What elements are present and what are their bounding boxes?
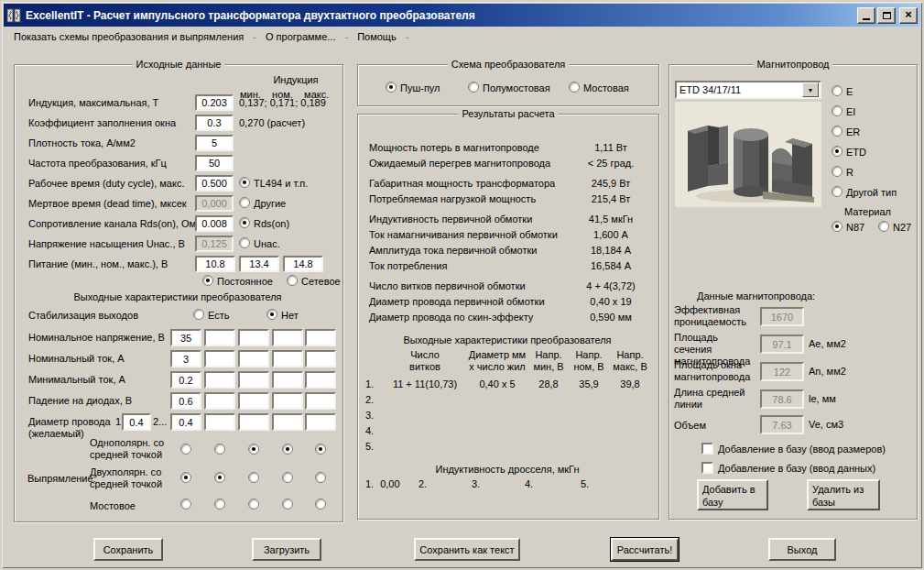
- radio-bridge-label[interactable]: Мостовая: [583, 82, 629, 94]
- radio-rect-bridge-1[interactable]: [180, 499, 191, 510]
- checkbox-add-data-label[interactable]: Добавление в базу (ввод данных): [718, 463, 875, 475]
- radio-rect-bridge-5[interactable]: [315, 499, 326, 510]
- inom-out4-input[interactable]: [272, 350, 303, 367]
- radio-rds-on-label[interactable]: Rds(on): [254, 218, 289, 230]
- vnom-out5-input[interactable]: [305, 329, 336, 346]
- inom-out5-input[interactable]: [305, 350, 336, 367]
- wire-d3-input[interactable]: [204, 413, 235, 431]
- radio-bridge[interactable]: [569, 82, 580, 93]
- wire-d5-input[interactable]: [272, 413, 303, 431]
- imin-out5-input[interactable]: [305, 371, 336, 389]
- radio-core-e[interactable]: [832, 85, 842, 96]
- core-select[interactable]: ETD 34/17/11 ▼: [675, 81, 821, 99]
- rect-unipolar-label[interactable]: Однополярн. со средней точкой: [90, 437, 185, 461]
- radio-supply-mains-label[interactable]: Сетевое: [301, 276, 341, 288]
- radio-rect-bridge-3[interactable]: [248, 499, 259, 510]
- menu-item-about[interactable]: О программе...: [263, 29, 338, 44]
- radio-other-drivers[interactable]: [239, 197, 250, 208]
- radio-rect-bridge-4[interactable]: [282, 499, 293, 510]
- radio-core-etd[interactable]: [832, 146, 842, 157]
- save-button[interactable]: Сохранить: [93, 538, 163, 561]
- radio-rect-unipolar-1[interactable]: [180, 444, 191, 455]
- radio-rect-bipolar-4[interactable]: [282, 472, 293, 483]
- radio-material-n87[interactable]: [832, 221, 842, 232]
- checkbox-add-data[interactable]: [701, 462, 713, 474]
- radio-rect-unipolar-2[interactable]: [214, 444, 225, 455]
- radio-other-drivers-label[interactable]: Другие: [254, 198, 286, 210]
- radio-rect-unipolar-4[interactable]: [282, 444, 293, 455]
- wire-d6-input[interactable]: [305, 413, 336, 431]
- radio-rect-bridge-2[interactable]: [214, 499, 225, 510]
- menu-item-schemes[interactable]: Показать схемы преобразования и выпрямле…: [11, 29, 246, 44]
- radio-tl494-label[interactable]: TL494 и т.п.: [254, 178, 308, 190]
- wire-d2-input[interactable]: [170, 413, 201, 431]
- close-button[interactable]: ×: [899, 7, 918, 24]
- radio-rect-bipolar-2[interactable]: [214, 472, 225, 483]
- load-button[interactable]: Загрузить: [252, 538, 321, 561]
- add-to-base-button[interactable]: Добавить в базу: [697, 479, 768, 510]
- imin-out2-input[interactable]: [204, 371, 235, 389]
- radio-rect-unipolar-5[interactable]: [315, 444, 326, 455]
- menu-item-help[interactable]: Помощь: [354, 29, 399, 44]
- radio-rect-bipolar-3[interactable]: [248, 472, 259, 483]
- calculate-button[interactable]: Рассчитать!: [611, 538, 679, 561]
- chevron-down-icon[interactable]: ▼: [802, 82, 819, 97]
- frequency-input[interactable]: [195, 155, 234, 171]
- radio-supply-mains[interactable]: [287, 275, 298, 286]
- delete-from-base-button[interactable]: Удалить из базы: [807, 479, 880, 510]
- supply-min-input[interactable]: [195, 256, 235, 272]
- imin-out4-input[interactable]: [272, 371, 303, 389]
- rect-bridge-label[interactable]: Мостовое: [90, 500, 136, 512]
- supply-max-input[interactable]: [283, 256, 323, 272]
- radio-push-pull-label[interactable]: Пуш-пул: [400, 82, 440, 94]
- current-density-input[interactable]: [195, 135, 234, 151]
- exit-button[interactable]: Выход: [768, 538, 836, 561]
- save-as-text-button[interactable]: Сохранить как текст: [414, 538, 520, 561]
- radio-core-other-label[interactable]: Другой тип: [846, 187, 897, 199]
- inom-out2-input[interactable]: [204, 350, 235, 367]
- radio-core-er-label[interactable]: ER: [846, 126, 860, 138]
- radio-rect-bipolar-1[interactable]: [180, 472, 191, 483]
- diode-drop-out5-input[interactable]: [305, 392, 336, 410]
- checkbox-add-sizes-label[interactable]: Добавление в базу (ввод размеров): [718, 444, 886, 455]
- radio-material-n27-label[interactable]: N27: [893, 222, 911, 234]
- duty-cycle-input[interactable]: [195, 175, 234, 192]
- radio-core-r-label[interactable]: R: [846, 167, 853, 179]
- radio-stab-yes[interactable]: [193, 309, 204, 320]
- diode-drop-out1-input[interactable]: [170, 392, 201, 410]
- minimize-button[interactable]: [857, 7, 875, 24]
- radio-half-bridge[interactable]: [468, 82, 479, 93]
- maximize-button[interactable]: [877, 7, 896, 24]
- imin-out1-input[interactable]: [170, 371, 201, 389]
- vnom-out3-input[interactable]: [238, 329, 269, 346]
- radio-tl494[interactable]: [239, 177, 250, 188]
- radio-push-pull[interactable]: [386, 82, 397, 93]
- supply-nom-input[interactable]: [239, 256, 279, 272]
- radio-supply-dc[interactable]: [202, 275, 213, 286]
- inom-out3-input[interactable]: [238, 350, 269, 367]
- radio-core-e-label[interactable]: E: [846, 86, 853, 98]
- diode-drop-out4-input[interactable]: [272, 392, 303, 410]
- radio-rect-unipolar-3[interactable]: [248, 444, 259, 455]
- vnom-out4-input[interactable]: [272, 329, 303, 346]
- rect-bipolar-label[interactable]: Двухполярн. со средней точкой: [90, 466, 185, 490]
- radio-half-bridge-label[interactable]: Полумостовая: [483, 82, 550, 94]
- radio-core-r[interactable]: [832, 166, 842, 177]
- radio-stab-yes-label[interactable]: Есть: [208, 310, 229, 322]
- wire-d4-input[interactable]: [238, 413, 269, 431]
- radio-unas[interactable]: [239, 237, 250, 248]
- fill-factor-input[interactable]: [195, 115, 234, 131]
- radio-unas-label[interactable]: Uнас.: [254, 238, 280, 250]
- checkbox-add-sizes[interactable]: [701, 443, 713, 455]
- radio-core-ei[interactable]: [832, 105, 842, 116]
- radio-rect-bipolar-5[interactable]: [315, 472, 326, 483]
- radio-supply-dc-label[interactable]: Постоянное: [217, 276, 273, 288]
- radio-rds-on[interactable]: [239, 217, 250, 228]
- diode-drop-out3-input[interactable]: [238, 392, 269, 410]
- rds-on-input[interactable]: [195, 215, 234, 232]
- radio-core-er[interactable]: [832, 126, 842, 137]
- radio-material-n27[interactable]: [878, 221, 889, 232]
- induction-max-input[interactable]: [195, 94, 234, 111]
- radio-core-ei-label[interactable]: EI: [846, 106, 855, 118]
- radio-core-etd-label[interactable]: ETD: [846, 147, 866, 159]
